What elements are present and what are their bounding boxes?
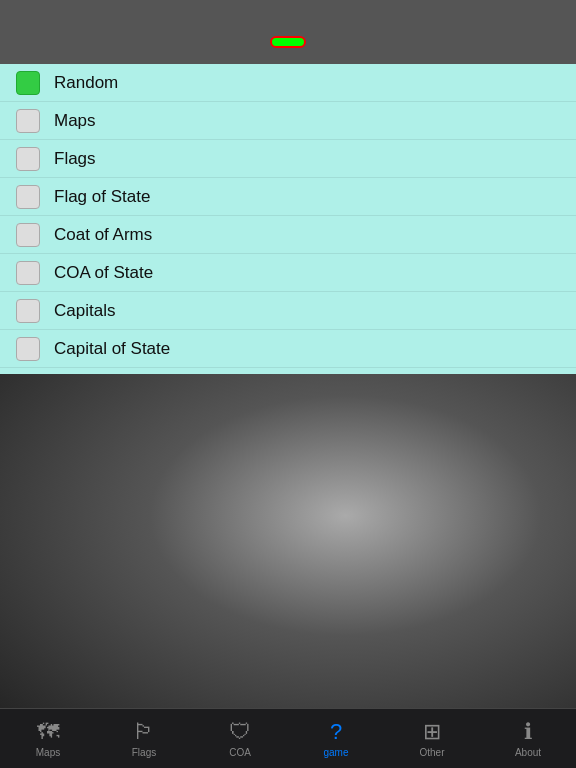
tab-coa[interactable]: 🛡COA	[192, 719, 288, 758]
status-bar	[0, 0, 576, 20]
item-label-coat-of-arms: Coat of Arms	[54, 225, 152, 245]
list-item-flags[interactable]: Flags	[0, 140, 576, 178]
tab-label-coa: COA	[229, 747, 251, 758]
tab-game[interactable]: ?game	[288, 719, 384, 758]
tab-flags[interactable]: 🏳Flags	[96, 719, 192, 758]
item-label-capital-of-state: Capital of State	[54, 339, 170, 359]
tab-label-about: About	[515, 747, 541, 758]
checkbox-coa-of-state[interactable]	[16, 261, 40, 285]
tab-label-maps: Maps	[36, 747, 60, 758]
flags-icon: 🏳	[133, 719, 155, 745]
checkbox-capital-of-state[interactable]	[16, 337, 40, 361]
gradient-area	[0, 374, 576, 728]
item-label-capitals: Capitals	[54, 301, 115, 321]
list-item-maps[interactable]: Maps	[0, 102, 576, 140]
list-item-coat-of-arms[interactable]: Coat of Arms	[0, 216, 576, 254]
tab-label-game: game	[323, 747, 348, 758]
list-item-capital-of-state[interactable]: Capital of State	[0, 330, 576, 368]
list-item-coa-of-state[interactable]: COA of State	[0, 254, 576, 292]
game-icon: ?	[330, 719, 342, 745]
tab-about[interactable]: ℹAbout	[480, 719, 576, 758]
checkbox-flag-of-state[interactable]	[16, 185, 40, 209]
checkbox-random[interactable]	[16, 71, 40, 95]
other-icon: ⊞	[423, 719, 441, 745]
header	[0, 20, 576, 64]
list-item-capitals[interactable]: Capitals	[0, 292, 576, 330]
list-item-random[interactable]: Random	[0, 64, 576, 102]
about-icon: ℹ	[524, 719, 532, 745]
start-new-game-button[interactable]	[270, 36, 306, 48]
item-label-flags: Flags	[54, 149, 96, 169]
checkbox-capitals[interactable]	[16, 299, 40, 323]
tab-maps[interactable]: 🗺Maps	[0, 719, 96, 758]
item-label-coa-of-state: COA of State	[54, 263, 153, 283]
maps-icon: 🗺	[37, 719, 59, 745]
coa-icon: 🛡	[229, 719, 251, 745]
tab-label-other: Other	[419, 747, 444, 758]
main-content: RandomMapsFlagsFlag of StateCoat of Arms…	[0, 64, 576, 374]
tab-bar: 🗺Maps🏳Flags🛡COA?game⊞OtherℹAbout	[0, 708, 576, 768]
item-label-random: Random	[54, 73, 118, 93]
tab-label-flags: Flags	[132, 747, 156, 758]
checkbox-maps[interactable]	[16, 109, 40, 133]
checkbox-coat-of-arms[interactable]	[16, 223, 40, 247]
item-label-maps: Maps	[54, 111, 96, 131]
tab-other[interactable]: ⊞Other	[384, 719, 480, 758]
list-item-flag-of-state[interactable]: Flag of State	[0, 178, 576, 216]
checkbox-flags[interactable]	[16, 147, 40, 171]
item-label-flag-of-state: Flag of State	[54, 187, 150, 207]
